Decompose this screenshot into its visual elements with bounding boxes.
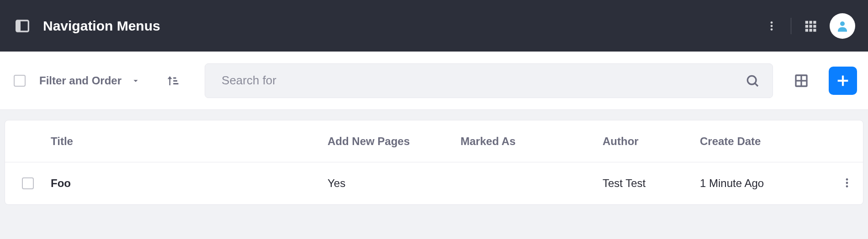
svg-rect-5 (805, 21, 808, 23)
table-row[interactable]: Foo Yes Test Test 1 Minute Ago (5, 162, 863, 204)
svg-point-2 (771, 21, 773, 24)
select-all-checkbox[interactable] (14, 75, 26, 87)
row-actions-cell (824, 174, 863, 192)
row-checkbox[interactable] (22, 177, 34, 189)
add-button[interactable] (829, 67, 857, 95)
svg-rect-11 (805, 29, 808, 31)
filter-order-label: Filter and Order (39, 74, 122, 87)
more-options-button[interactable] (762, 17, 781, 35)
row-actions-button[interactable] (838, 174, 856, 192)
ellipsis-v-icon (841, 177, 853, 189)
header-divider (791, 18, 791, 34)
filter-order-dropdown[interactable]: Filter and Order (39, 74, 141, 87)
user-avatar[interactable] (830, 13, 855, 39)
cell-author: Test Test (603, 177, 700, 190)
header-actions (762, 13, 855, 39)
svg-point-3 (771, 25, 773, 27)
svg-rect-10 (813, 25, 816, 27)
svg-point-26 (846, 182, 848, 184)
svg-rect-8 (805, 25, 808, 27)
row-checkbox-cell (5, 177, 51, 189)
svg-rect-9 (810, 25, 812, 27)
sort-ascending-icon (166, 74, 180, 88)
svg-rect-17 (173, 83, 178, 84)
management-bar: Filter and Order (0, 52, 868, 110)
svg-rect-1 (16, 21, 21, 31)
view-toggle-button[interactable] (792, 72, 810, 90)
svg-rect-24 (838, 79, 848, 81)
cell-add-new-pages: Yes (328, 177, 460, 190)
table-header-row: Title Add New Pages Marked As Author Cre… (5, 120, 863, 162)
panel-toggle-icon[interactable] (15, 18, 30, 34)
svg-point-25 (846, 178, 848, 181)
column-header-author[interactable]: Author (603, 135, 700, 148)
apps-grid-button[interactable] (801, 17, 820, 35)
search-field-wrapper (205, 63, 773, 98)
svg-rect-12 (810, 29, 812, 31)
plus-icon (835, 73, 851, 88)
search-icon (745, 73, 760, 88)
svg-rect-15 (173, 77, 176, 78)
column-header-create-date[interactable]: Create Date (700, 135, 824, 148)
svg-point-4 (771, 28, 773, 31)
data-table: Title Add New Pages Marked As Author Cre… (5, 120, 863, 205)
svg-point-18 (747, 76, 756, 84)
column-header-marked-as[interactable]: Marked As (460, 135, 603, 148)
page-title: Navigation Menus (43, 18, 762, 34)
caret-down-icon (131, 76, 141, 86)
svg-line-19 (755, 83, 758, 86)
content-area: Title Add New Pages Marked As Author Cre… (0, 110, 868, 215)
svg-rect-7 (813, 21, 816, 23)
sort-direction-button[interactable] (164, 72, 182, 90)
svg-rect-13 (813, 29, 816, 31)
column-header-add-new-pages[interactable]: Add New Pages (328, 135, 460, 148)
search-input[interactable] (222, 73, 745, 88)
svg-point-27 (846, 185, 848, 187)
cell-create-date: 1 Minute Ago (700, 177, 824, 190)
svg-rect-6 (810, 21, 812, 23)
svg-rect-16 (173, 80, 177, 81)
svg-point-14 (840, 21, 845, 26)
column-header-title[interactable]: Title (51, 135, 328, 148)
cards-view-icon (794, 73, 809, 88)
app-header: Navigation Menus (0, 0, 868, 52)
cell-title: Foo (51, 177, 328, 190)
